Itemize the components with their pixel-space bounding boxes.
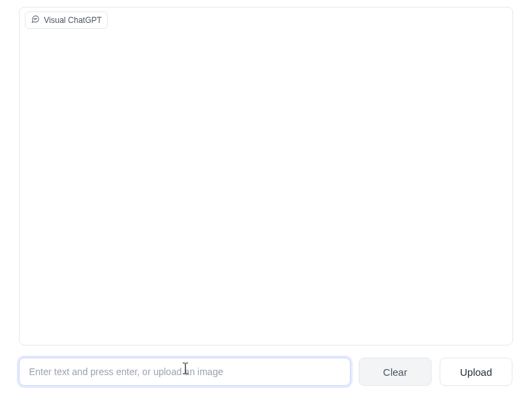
chat-panel: Visual ChatGPT bbox=[19, 7, 513, 345]
chat-title-text: Visual ChatGPT bbox=[44, 15, 102, 25]
message-input[interactable] bbox=[19, 358, 351, 386]
input-row: Clear Upload bbox=[19, 358, 513, 386]
chat-title-badge: Visual ChatGPT bbox=[25, 11, 108, 29]
upload-button[interactable]: Upload bbox=[440, 358, 512, 386]
clear-button[interactable]: Clear bbox=[359, 358, 432, 386]
chat-icon bbox=[31, 15, 40, 26]
